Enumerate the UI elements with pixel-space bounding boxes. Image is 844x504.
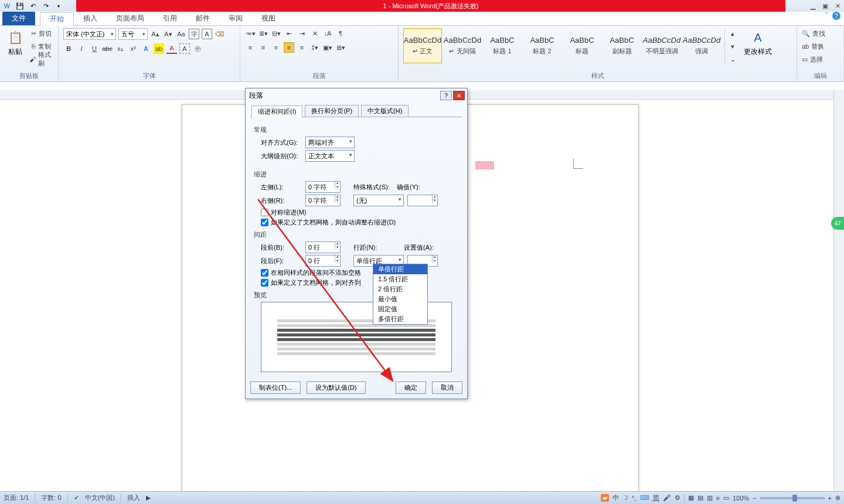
bullets-icon[interactable]: ≔▾ [245, 28, 256, 39]
style-card[interactable]: AaBbC标题 1 [483, 28, 522, 63]
style-more-icon[interactable]: ⌄ [727, 54, 738, 64]
cancel-button[interactable]: 取消 [432, 382, 462, 394]
font-color-icon[interactable]: A [166, 43, 177, 54]
status-words[interactable]: 字数: 0 [41, 493, 61, 502]
dialog-help-icon[interactable]: ? [440, 91, 452, 100]
redo-icon[interactable]: ↷ [41, 1, 50, 11]
numbering-icon[interactable]: ≣▾ [258, 28, 268, 39]
space-after-spin[interactable]: 0 行 [305, 255, 341, 267]
ime-moon-icon[interactable]: ☽ [622, 494, 628, 502]
view-outline-icon[interactable]: ≡ [716, 495, 720, 502]
grow-font-icon[interactable]: A▴ [150, 29, 161, 39]
distributed-icon[interactable]: ≡ [297, 42, 307, 53]
line-spacing-option[interactable]: 2 倍行距 [373, 284, 427, 294]
ime-app-icon[interactable]: ▰ [601, 494, 609, 502]
find-button[interactable]: 🔍查找 [802, 28, 825, 39]
char-border-icon[interactable]: A [202, 29, 212, 39]
restore-icon[interactable]: ▣ [822, 2, 828, 10]
sort-icon[interactable]: ↓A [322, 28, 333, 39]
alignment-combo[interactable]: 两端对齐 [305, 137, 355, 148]
italic-icon[interactable]: I [76, 43, 87, 54]
view-draft-icon[interactable]: ▭ [723, 494, 729, 502]
char-shading-icon[interactable]: A [179, 43, 190, 54]
ime-settings-icon[interactable]: ⚙ [675, 494, 680, 502]
view-read-icon[interactable]: ▤ [697, 494, 703, 502]
tab-insert[interactable]: 插入 [74, 12, 107, 25]
paste-button[interactable]: 📋 粘贴 [5, 28, 26, 58]
align-center-icon[interactable]: ≡ [258, 42, 268, 53]
status-language[interactable]: 中文(中国) [85, 493, 115, 502]
ime-punct-icon[interactable]: °, [632, 495, 636, 502]
tab-view[interactable]: 视图 [252, 12, 285, 25]
highlight-icon[interactable]: ab [154, 43, 164, 54]
strike-icon[interactable]: abc [102, 43, 113, 54]
vertical-scrollbar[interactable] [833, 90, 844, 491]
ime-mic-icon[interactable]: 🎤 [663, 494, 671, 502]
auto-adjust-checkbox[interactable] [261, 219, 268, 226]
line-spacing-icon[interactable]: ‡▾ [309, 42, 320, 53]
minimize-icon[interactable]: ▁ [811, 2, 815, 10]
view-print-icon[interactable]: ▦ [688, 494, 694, 502]
style-card[interactable]: AaBbCcDd强调 [682, 28, 721, 63]
shading-icon[interactable]: ▣▾ [322, 42, 333, 53]
mirror-indent-checkbox[interactable] [261, 209, 268, 216]
style-card[interactable]: AaBbC标题 [563, 28, 601, 63]
dialog-tab-linebreak[interactable]: 换行和分页(P) [305, 105, 359, 117]
show-marks-icon[interactable]: ¶ [335, 28, 346, 39]
zoom-out-icon[interactable]: − [753, 495, 756, 502]
tab-file[interactable]: 文件 [2, 12, 35, 25]
replace-button[interactable]: ab替换 [802, 41, 824, 52]
tab-references[interactable]: 引用 [154, 12, 186, 25]
enclose-char-icon[interactable]: ㊥ [192, 43, 203, 54]
decrease-indent-icon[interactable]: ⇤ [284, 28, 294, 39]
clear-format-icon[interactable]: ⌫ [215, 29, 225, 39]
dialog-tab-indent[interactable]: 缩进和间距(I) [251, 105, 302, 117]
space-before-spin[interactable]: 0 行 [305, 241, 341, 253]
status-insert-mode[interactable]: 插入 [127, 493, 140, 502]
tab-home[interactable]: 开始 [40, 12, 74, 26]
status-page[interactable]: 页面: 1/1 [4, 493, 29, 502]
line-spacing-option[interactable]: 最小值 [373, 294, 427, 304]
tabstops-button[interactable]: 制表位(T)... [250, 382, 301, 394]
zoom-fit-icon[interactable]: ⊕ [835, 494, 840, 502]
indent-right-spin[interactable]: 0 字符 [305, 195, 341, 206]
tab-mailings[interactable]: 邮件 [186, 12, 219, 25]
bold-icon[interactable]: B [63, 43, 74, 54]
ok-button[interactable]: 确定 [396, 382, 426, 394]
save-icon[interactable]: 💾 [15, 1, 25, 11]
style-gallery[interactable]: AaBbCcDd↵ 正文AaBbCcDd↵ 无间隔AaBbC标题 1AaBbC标… [403, 28, 721, 63]
dialog-close-icon[interactable]: ✕ [453, 91, 465, 100]
by-spin[interactable] [407, 195, 438, 206]
line-spacing-option[interactable]: 1.5 倍行距 [373, 274, 427, 284]
help-icon[interactable]: ? [832, 12, 840, 20]
border-icon[interactable]: ⊞▾ [335, 42, 346, 53]
style-card[interactable]: AaBbCcDd↵ 无间隔 [443, 28, 482, 63]
style-card[interactable]: AaBbCcDd↵ 正文 [403, 28, 442, 63]
line-spacing-option[interactable]: 固定值 [373, 304, 427, 314]
zoom-value[interactable]: 100% [733, 495, 749, 502]
indent-left-spin[interactable]: 0 字符 [305, 181, 341, 193]
style-card[interactable]: AaBbC副标题 [603, 28, 641, 63]
special-combo[interactable]: (无) [353, 195, 404, 206]
shrink-font-icon[interactable]: A▾ [163, 29, 173, 39]
qat-more-icon[interactable]: ▾ [54, 1, 63, 11]
style-card[interactable]: AaBbC标题 2 [523, 28, 561, 63]
tab-review[interactable]: 审阅 [219, 12, 252, 25]
cut-button[interactable]: ✂剪切 [29, 28, 53, 39]
ribbon-minimize-icon[interactable]: ˇ [825, 12, 828, 20]
style-row-up-icon[interactable]: ▴ [727, 28, 738, 39]
line-spacing-dropdown[interactable]: 单倍行距1.5 倍行距2 倍行距最小值固定值多倍行距 [373, 264, 428, 325]
style-card[interactable]: AaBbCcDd不明显强调 [642, 28, 681, 63]
multilevel-icon[interactable]: ⊟▾ [271, 28, 281, 39]
change-styles-button[interactable]: A 更改样式 [741, 28, 774, 58]
ime-zhong[interactable]: 中 [612, 493, 619, 502]
spellcheck-icon[interactable]: ✔ [74, 494, 79, 502]
set-default-button[interactable]: 设为默认值(D) [307, 382, 365, 394]
zoom-in-icon[interactable]: + [828, 495, 832, 502]
line-spacing-option[interactable]: 多倍行距 [373, 314, 427, 324]
dialog-tab-asian[interactable]: 中文版式(H) [361, 105, 409, 117]
zoom-slider[interactable] [760, 497, 825, 499]
style-row-down-icon[interactable]: ▾ [727, 41, 738, 52]
ime-keyboard-icon[interactable]: ⌨ [640, 494, 649, 502]
font-size-combo[interactable]: 五号 [118, 28, 148, 40]
